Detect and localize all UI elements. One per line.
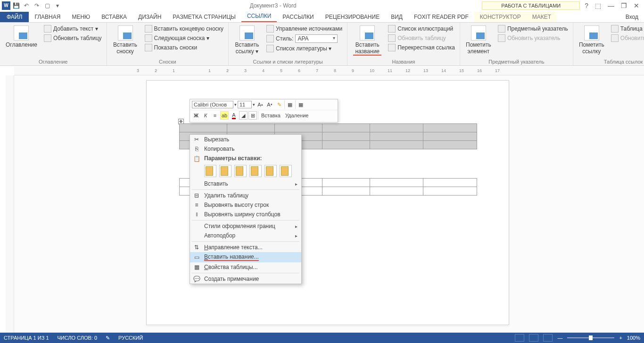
table-row[interactable] <box>180 124 477 132</box>
vertical-ruler[interactable] <box>6 75 14 333</box>
view-read-icon[interactable] <box>515 334 524 342</box>
format-painter-icon[interactable]: ✎ <box>275 100 283 109</box>
paste-opt-2[interactable] <box>219 165 231 177</box>
bibliography-button[interactable]: Список литературы ▾ <box>265 44 343 53</box>
illustration-list-button[interactable]: Список иллюстраций <box>387 24 456 33</box>
save-icon[interactable]: 💾 <box>11 1 21 10</box>
mini-insert-label[interactable]: Вставка <box>259 113 282 118</box>
ctx-distribute-cols[interactable]: ⦀Выровнять ширину столбцов <box>190 210 301 219</box>
paste-opt-3[interactable] <box>234 165 247 177</box>
shrink-font-icon[interactable]: A▾ <box>265 100 274 109</box>
insert-authorities-button[interactable]: Таблица ссылок <box>610 24 644 33</box>
grow-font-icon[interactable]: A▴ <box>256 100 264 109</box>
mini-delete-label[interactable]: Удаление <box>283 113 311 118</box>
restore-icon[interactable]: ❐ <box>621 2 627 9</box>
view-print-icon[interactable] <box>529 334 538 342</box>
tab-home[interactable]: ГЛАВНАЯ <box>29 12 66 22</box>
insert-index-button[interactable]: Предметный указатель <box>497 24 569 33</box>
window-title: Документ3 - Word <box>64 2 482 9</box>
tab-file[interactable]: ФАЙЛ <box>0 12 29 22</box>
ctx-border-styles[interactable]: Стили оформления границ▸ <box>190 221 301 231</box>
paste-opt-5[interactable] <box>264 165 277 177</box>
bold-button[interactable]: Ж <box>192 111 200 120</box>
cross-ref-icon <box>388 44 396 51</box>
align-icon[interactable]: ≡ <box>211 111 219 120</box>
status-page[interactable]: СТРАНИЦА 1 ИЗ 1 <box>4 335 49 341</box>
insert-endnote-button[interactable]: Вставить концевую сноску <box>144 24 224 33</box>
ctx-paste[interactable]: Вставить▸ <box>190 179 301 188</box>
tab-constructor[interactable]: КОНСТРУКТОР <box>474 12 527 22</box>
update-toc-button[interactable]: Обновить таблицу <box>43 34 103 42</box>
fontsize-select[interactable]: 11 <box>238 101 252 108</box>
toc-button[interactable]: Оглавление <box>4 24 39 49</box>
mark-entry-button[interactable]: Пометить элемент <box>464 24 493 56</box>
next-footnote-icon <box>145 34 152 42</box>
ctx-cut[interactable]: ✂Вырезать <box>190 135 301 144</box>
sign-in[interactable]: Вход <box>620 12 644 22</box>
shading-icon[interactable]: ◢ <box>239 111 248 120</box>
qat-more-icon[interactable]: ▾ <box>53 1 62 10</box>
tab-review[interactable]: РЕЦЕНЗИРОВАНИЕ <box>320 12 385 22</box>
status-lang[interactable]: РУССКИЙ <box>118 335 143 341</box>
delete-grid-icon[interactable]: ▦ <box>297 100 305 109</box>
citation-icon <box>239 25 255 41</box>
manage-sources-button[interactable]: Управление источниками <box>265 24 343 33</box>
add-text-icon <box>44 25 51 33</box>
add-text-button[interactable]: Добавить текст ▾ <box>43 24 103 33</box>
minimize-icon[interactable]: — <box>608 2 614 9</box>
close-icon[interactable]: ✕ <box>634 2 639 9</box>
font-select[interactable]: Calibri (Основ <box>192 101 233 108</box>
view-web-icon[interactable] <box>543 334 553 342</box>
text-dir-icon: ⇅ <box>193 244 200 251</box>
tab-maket[interactable]: МАКЕТ <box>527 12 557 22</box>
citation-style-select[interactable]: APA <box>295 34 338 43</box>
tab-design[interactable]: ДИЗАЙН <box>132 12 167 22</box>
ctx-delete-table[interactable]: ⊟Удалить таблицу <box>190 191 301 200</box>
cross-ref-button[interactable]: Перекрестная ссылка <box>387 43 456 52</box>
italic-button[interactable]: К <box>201 111 210 120</box>
ctx-text-direction[interactable]: ⇅Направление текста... <box>190 243 301 252</box>
ribbon-opts-icon[interactable]: ⬚ <box>595 2 601 9</box>
tab-view[interactable]: ВИД <box>385 12 408 22</box>
tab-insert[interactable]: ВСТАВКА <box>96 12 132 22</box>
mark-entry-icon <box>471 25 486 41</box>
zoom-slider[interactable] <box>567 337 614 338</box>
borders-icon[interactable]: ⊞ <box>248 111 257 120</box>
ctx-paste-header: 📋Параметры вставки: <box>190 154 301 163</box>
ctx-autofit[interactable]: Автоподбор▸ <box>190 231 301 240</box>
ctx-copy[interactable]: ⎘Копировать <box>190 144 301 154</box>
tab-references[interactable]: ССЫЛКИ <box>241 11 277 22</box>
tab-foxit[interactable]: Foxit Reader PDF <box>408 12 474 22</box>
ctx-distribute-rows[interactable]: ≡Выровнять высоту строк <box>190 200 301 210</box>
group-label: Предметный указатель <box>464 59 569 65</box>
insert-citation-button[interactable]: Вставить ссылку ▾ <box>232 24 262 56</box>
zoom-level[interactable]: 100% <box>627 335 640 341</box>
tab-pagelayout[interactable]: РАЗМЕТКА СТРАНИЦЫ <box>167 12 241 22</box>
horizontal-ruler[interactable]: 3211234567891011121314151617 <box>14 67 644 75</box>
ctx-table-properties[interactable]: ▦Свойства таблицы... <box>190 262 301 272</box>
insert-footnote-button[interactable]: Вставить сноску <box>111 24 140 56</box>
insert-grid-icon[interactable]: ▦ <box>286 100 294 109</box>
mark-citation-button[interactable]: Пометить ссылку <box>577 24 606 56</box>
font-color-icon[interactable]: A <box>230 111 238 120</box>
dist-cols-icon: ⦀ <box>193 211 200 218</box>
paste-opt-1[interactable] <box>204 165 216 177</box>
zoom-out-icon[interactable]: — <box>557 335 562 341</box>
tab-menu[interactable]: Меню <box>66 12 96 22</box>
insert-caption-button[interactable]: Вставить название <box>351 24 383 57</box>
help-icon[interactable]: ? <box>585 2 588 9</box>
new-icon[interactable]: ▢ <box>42 1 52 10</box>
status-proofing-icon[interactable]: ✎ <box>106 335 110 341</box>
status-words[interactable]: ЧИСЛО СЛОВ: 0 <box>58 335 98 341</box>
tab-mailings[interactable]: РАССЫЛКИ <box>277 12 319 22</box>
zoom-in-icon[interactable]: + <box>619 335 622 341</box>
undo-icon[interactable]: ↶ <box>22 1 31 10</box>
next-footnote-button[interactable]: Следующая сноска ▾ <box>144 34 224 42</box>
paste-opt-4[interactable] <box>249 165 262 177</box>
paste-opt-6[interactable] <box>280 165 292 177</box>
highlight-icon[interactable]: ab <box>220 111 229 120</box>
show-footnotes-button[interactable]: Показать сноски <box>144 43 224 52</box>
redo-icon[interactable]: ↷ <box>32 1 41 10</box>
ctx-insert-caption[interactable]: ▭Вставить название... <box>190 252 301 262</box>
ctx-new-comment[interactable]: 💬Создать примечание <box>190 274 301 284</box>
